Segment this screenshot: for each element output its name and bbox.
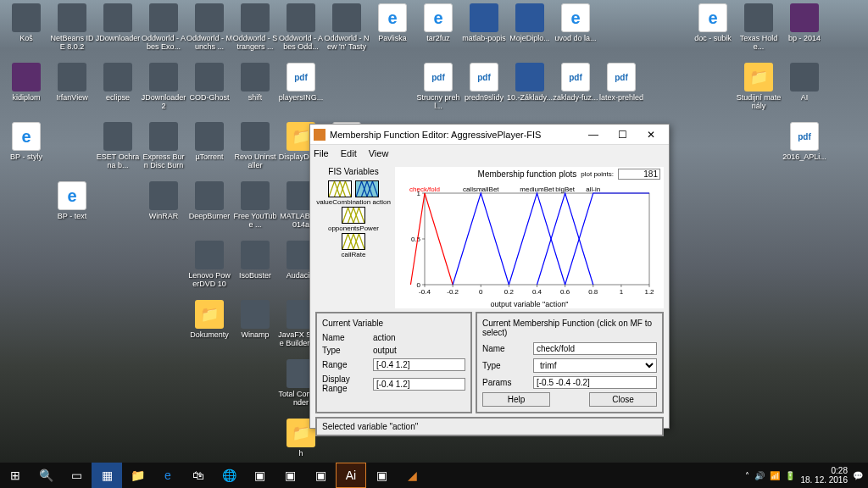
app-icon bbox=[195, 241, 224, 269]
taskbar-app2[interactable]: ▣ bbox=[305, 463, 336, 488]
desktop-icon[interactable]: Free YouTube ... bbox=[232, 181, 278, 239]
taskbar-netbeans[interactable]: ▣ bbox=[244, 463, 275, 488]
maximize-button[interactable]: ☐ bbox=[608, 125, 637, 144]
menu-edit[interactable]: Edit bbox=[341, 148, 357, 158]
fis-var-opponents[interactable] bbox=[342, 207, 365, 224]
svg-text:-0.2: -0.2 bbox=[447, 288, 459, 296]
icon-label: Oddworld - Strangers ... bbox=[232, 34, 278, 51]
fis-var-callrate[interactable] bbox=[342, 233, 365, 250]
taskbar-store[interactable]: 🛍 bbox=[183, 463, 214, 488]
membership-chart[interactable]: -0.4-0.200.20.40.60.811.200.51check/fold… bbox=[395, 181, 658, 300]
desktop-icon[interactable]: DeepBurner bbox=[186, 181, 232, 239]
task-view-icon[interactable]: ▭ bbox=[61, 463, 92, 488]
clock[interactable]: 0:28 18. 12. 2016 bbox=[800, 466, 848, 485]
icon-label: Express Burn Disc Burni... bbox=[141, 152, 186, 169]
desktop-icon[interactable]: Winamp bbox=[232, 300, 278, 358]
desktop-icon[interactable]: eclipse bbox=[95, 63, 141, 120]
taskbar-edge[interactable]: e bbox=[153, 463, 183, 488]
icon-label: WinRAR bbox=[149, 212, 179, 220]
desktop-icon[interactable]: Oddworld - Strangers ... bbox=[232, 3, 278, 61]
close-panel-button[interactable]: Close bbox=[589, 392, 657, 407]
range-input[interactable] bbox=[373, 358, 465, 371]
plot-points-input[interactable] bbox=[618, 169, 660, 180]
mf-name-input[interactable] bbox=[533, 342, 657, 355]
desktop-icon[interactable]: kidiplom bbox=[3, 63, 49, 120]
desktop-icon[interactable]: Oddworld - Abes Exo... bbox=[141, 3, 186, 61]
display-range-input[interactable] bbox=[373, 378, 465, 391]
desktop-icon[interactable]: Studijní materiály bbox=[736, 63, 782, 120]
desktop-icon[interactable]: MojeDiplo... bbox=[507, 3, 553, 61]
tray-battery-icon[interactable]: 🔋 bbox=[785, 471, 795, 480]
start-button[interactable]: ⊞ bbox=[0, 463, 31, 488]
desktop-icon[interactable]: uvod do la... bbox=[553, 3, 598, 61]
fis-input-var[interactable] bbox=[328, 180, 352, 197]
desktop-icon[interactable]: Express Burn Disc Burni... bbox=[141, 122, 186, 180]
desktop-icon[interactable]: NetBeans IDE 8.0.2 bbox=[49, 3, 95, 61]
taskbar-chrome[interactable]: 🌐 bbox=[214, 463, 244, 488]
matlab-icon bbox=[314, 129, 326, 141]
desktop-icon[interactable]: Revo Uninstaller bbox=[232, 122, 278, 180]
taskbar-tc[interactable]: ▦ bbox=[92, 463, 122, 488]
desktop-icon[interactable]: playersING... bbox=[278, 63, 324, 120]
desktop-icon[interactable]: bp - 2014 bbox=[782, 3, 827, 61]
taskbar-ai[interactable]: Ai bbox=[336, 463, 366, 488]
desktop-icon[interactable]: 2016_APLi... bbox=[782, 122, 827, 180]
app-icon bbox=[515, 3, 544, 32]
desktop-icon[interactable]: shift bbox=[232, 63, 278, 120]
icon-label: Strucny prehl... bbox=[415, 93, 461, 110]
mf-type-select[interactable]: trimf bbox=[533, 358, 657, 373]
desktop-icon[interactable]: Strucny prehl... bbox=[415, 63, 461, 120]
desktop-icon[interactable]: Oddworld - Abes Odd... bbox=[278, 3, 324, 61]
desktop-icon[interactable]: latex-prehled bbox=[598, 63, 644, 120]
tray-volume-icon[interactable]: 🔊 bbox=[754, 471, 765, 480]
desktop-icon[interactable]: Oddworld - Munchs ... bbox=[186, 3, 232, 61]
tray-network-icon[interactable]: 📶 bbox=[770, 471, 780, 480]
taskbar-explorer[interactable]: 📁 bbox=[122, 463, 153, 488]
desktop-icon[interactable]: IrfanView bbox=[49, 63, 95, 120]
close-button[interactable]: ✕ bbox=[637, 125, 665, 144]
icon-label: Oddworld - Abes Odd... bbox=[278, 34, 324, 51]
titlebar[interactable]: Membership Function Editor: AggressivePl… bbox=[310, 125, 669, 145]
icon-label: Lenovo PowerDVD 10 bbox=[186, 271, 232, 288]
desktop-icon[interactable]: JDownloader 2 bbox=[141, 63, 186, 120]
minimize-button[interactable]: ― bbox=[579, 125, 608, 144]
svg-text:0.5: 0.5 bbox=[411, 236, 421, 243]
desktop-icon[interactable]: Oddworld - New 'n' Tasty bbox=[324, 3, 370, 61]
desktop-icon[interactable]: doc - subik bbox=[690, 3, 736, 61]
menu-view[interactable]: View bbox=[369, 148, 389, 158]
desktop-icon[interactable]: IsoBuster bbox=[232, 241, 278, 298]
app-icon bbox=[744, 3, 773, 32]
desktop-icon[interactable]: Texas Holde... bbox=[736, 3, 782, 61]
tray-notifications-icon[interactable]: 💬 bbox=[853, 471, 863, 480]
desktop-icon[interactable]: Lenovo PowerDVD 10 bbox=[186, 241, 232, 298]
app-icon bbox=[287, 63, 315, 92]
icon-label: Oddworld - Abes Exo... bbox=[141, 34, 186, 51]
desktop-icon[interactable]: zaklady-fuz... bbox=[553, 63, 598, 120]
desktop-icon[interactable]: Pavliska bbox=[370, 3, 415, 61]
desktop-icon[interactable]: µTorrent bbox=[186, 122, 232, 180]
desktop-icon[interactable]: Dokumenty bbox=[186, 300, 232, 358]
menu-file[interactable]: File bbox=[314, 148, 329, 158]
help-button[interactable]: Help bbox=[482, 392, 550, 407]
taskbar-matlab[interactable]: ◢ bbox=[397, 463, 427, 488]
desktop-icon[interactable]: BP - text bbox=[49, 181, 95, 239]
desktop-icon[interactable]: 10.-Základy... bbox=[507, 63, 553, 120]
desktop-icon[interactable]: WinRAR bbox=[141, 181, 186, 239]
tray-up-icon[interactable]: ˄ bbox=[745, 471, 749, 480]
desktop-icon[interactable]: AI bbox=[782, 63, 827, 120]
fis-output-var-selected[interactable] bbox=[355, 180, 379, 197]
desktop-icon[interactable]: tar2fuz bbox=[415, 3, 461, 61]
taskbar-app3[interactable]: ▣ bbox=[366, 463, 397, 488]
desktop-icon[interactable]: ESET Ochrana b... bbox=[95, 122, 141, 180]
desktop-icon[interactable]: Koš bbox=[3, 3, 49, 61]
mf-params-input[interactable] bbox=[533, 376, 657, 389]
desktop-icon[interactable]: COD-Ghost bbox=[186, 63, 232, 120]
taskbar-app1[interactable]: ▣ bbox=[275, 463, 305, 488]
desktop-icon[interactable]: JDownloader bbox=[95, 3, 141, 61]
icon-label: DeepBurner bbox=[189, 212, 231, 220]
desktop-icon[interactable]: matlab-popis bbox=[461, 3, 507, 61]
desktop-icon[interactable]: BP - styly bbox=[3, 122, 49, 180]
desktop-icon[interactable]: predn9slidy bbox=[461, 63, 507, 120]
search-icon[interactable]: 🔍 bbox=[31, 463, 61, 488]
plot-area: Membership function plots plot points: -… bbox=[395, 167, 664, 308]
